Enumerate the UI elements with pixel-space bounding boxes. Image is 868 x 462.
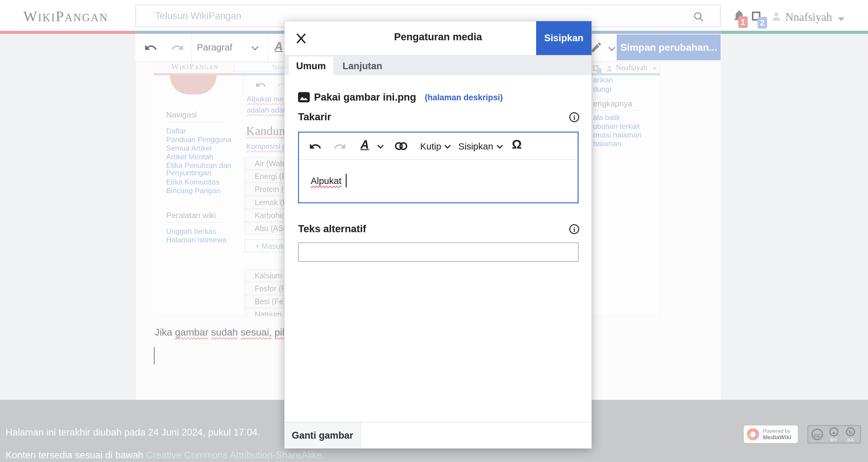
dialog-header: Pengaturan media Sisipkan: [284, 21, 591, 55]
mini-username: Nnafsiyah: [616, 63, 648, 72]
notifications-badge[interactable]: 1: [738, 16, 748, 28]
caption-special-char-button[interactable]: Ω: [512, 137, 522, 151]
media-settings-dialog: Pengaturan media Sisipkan Umum Lanjutan …: [284, 21, 592, 449]
mediawiki-flower-icon: [747, 428, 759, 440]
caption-undo-icon[interactable]: [309, 140, 322, 153]
mini-tools-header: Peralatan wiki: [166, 211, 216, 220]
cc-icon: cc: [811, 429, 823, 440]
mini-right-header: engkapnya: [593, 99, 632, 109]
caption-style-chevron-icon[interactable]: [376, 144, 384, 149]
caption-link-icon[interactable]: [394, 141, 408, 152]
cc-by-label: BY: [831, 437, 838, 442]
user-menu[interactable]: Nnafsiyah: [785, 10, 832, 24]
user-menu-caret-icon[interactable]: [837, 17, 845, 22]
caption-insert-dropdown[interactable]: Sisipkan: [458, 141, 493, 152]
article-paragraph[interactable]: Jika gambar sudah sesuai, pilih: [155, 327, 292, 338]
site-logo[interactable]: WIKIPANGAN: [23, 8, 108, 25]
undo-icon[interactable]: [144, 41, 157, 55]
paragraph-format-dropdown[interactable]: Paragraf: [197, 42, 232, 53]
caption-label: Takarir: [298, 111, 331, 123]
mini-nav-item: Artikel Mentah: [166, 153, 213, 161]
mini-nav-header: Navigasi: [166, 110, 197, 120]
messages-badge[interactable]: 2: [757, 17, 767, 29]
caption-editor: A Kutip Sisipkan Ω Alpukat: [298, 132, 579, 203]
tab-lanjutan[interactable]: Lanjutan: [333, 57, 392, 75]
caption-redo-icon[interactable]: [334, 140, 346, 153]
save-changes-button[interactable]: Simpan perubahan...: [617, 34, 721, 60]
alt-text-input[interactable]: [298, 242, 579, 262]
dialog-tabbar: Umum Lanjutan: [284, 55, 591, 75]
mini-avatar-icon: [605, 65, 613, 72]
cc-by-sa-badge[interactable]: cc ● BY ↻ SA: [807, 425, 861, 443]
description-page-link[interactable]: (halaman deskripsi): [425, 93, 503, 102]
mini-nav-item: Penyuntingan: [166, 168, 211, 177]
wikipangan-editor-page: { "header": { "logo": "WikiPangan", "log…: [0, 0, 868, 462]
powered-by-text: Powered byMediaWiki: [763, 428, 792, 441]
powered-by-mediawiki-badge[interactable]: Powered byMediaWiki: [744, 425, 798, 443]
caption-insert-chevron-icon[interactable]: [496, 144, 504, 149]
header-bar-red: [0, 31, 135, 34]
last-modified-text: Halaman ini terakhir diubah pada 24 Juni…: [5, 427, 260, 438]
cc-sa-arrow-icon: ↻: [846, 427, 855, 436]
image-file-icon: [298, 92, 310, 102]
mini-caret-icon: [652, 67, 657, 70]
paragraph-chevron-icon[interactable]: [251, 45, 259, 51]
mini-divider: [166, 122, 224, 122]
mini-divider: [166, 222, 224, 222]
logo-text: W: [23, 8, 38, 24]
dialog-footer: Ganti gambar: [284, 422, 591, 449]
mini-bar-red: [154, 73, 233, 75]
mini-divider: [593, 110, 642, 111]
search-icon[interactable]: [693, 11, 704, 23]
cc-by-person-icon: ●: [829, 427, 838, 436]
mini-right-link: ala balik: [593, 113, 620, 122]
mini-messages-badge: [597, 68, 601, 74]
insert-button[interactable]: Sisipkan: [536, 21, 591, 55]
caption-style-button[interactable]: A: [361, 138, 369, 151]
caption-cite-dropdown[interactable]: Kutip: [420, 141, 441, 152]
mini-right-partial: arikan: [593, 76, 613, 84]
mini-right-partial: dungi: [593, 85, 611, 93]
caption-info-icon[interactable]: i: [569, 112, 579, 122]
caption-cursor: [346, 174, 347, 187]
mini-undo-icon: [255, 79, 267, 90]
toolbar-separator: [268, 34, 268, 61]
change-image-button[interactable]: Ganti gambar: [284, 422, 361, 449]
alt-text-label: Teks alternatif: [298, 223, 366, 235]
text-style-button[interactable]: A: [274, 40, 283, 53]
mini-nav-item: Daftar: [166, 127, 186, 135]
header-bar-teal: [721, 31, 868, 34]
toolbar-separator: [191, 34, 192, 61]
mini-tools-item: Unggah berkas: [166, 227, 216, 236]
caption-text[interactable]: Alpukat: [311, 176, 341, 186]
mini-logo: WIKIPANGAN: [171, 62, 219, 71]
mini-toolbar-separator: [243, 75, 243, 95]
caption-toolbar: A Kutip Sisipkan Ω: [299, 132, 578, 160]
mini-right-link: halaman: [593, 139, 621, 148]
mini-nav-item: Etika Komunitas: [166, 178, 219, 186]
mini-right-link: ubahan terkait: [593, 122, 640, 131]
alt-text-info-icon[interactable]: i: [569, 224, 579, 234]
cc-sa-label: SA: [847, 437, 854, 442]
tab-umum[interactable]: Umum: [289, 57, 333, 75]
mini-avocado-image: [170, 75, 217, 94]
file-name-label: Pakai gambar ini.png: [314, 91, 416, 103]
license-text: Konten tersedia sesuai di bawah Creative…: [5, 450, 324, 461]
mini-nav-item: Bincang Pangan: [166, 186, 220, 195]
license-link[interactable]: Creative Commons Attribution-ShareAlike.: [146, 450, 325, 460]
mini-tools-item: Halaman istimewa: [166, 236, 226, 244]
caption-cite-chevron-icon[interactable]: [443, 144, 452, 149]
redo-icon[interactable]: [171, 41, 184, 55]
edit-mode-chevron-icon[interactable]: [608, 46, 616, 52]
mini-nav-item: Semua Artikel: [166, 144, 212, 153]
article-text-cursor: [154, 347, 155, 365]
mini-right-link: rmasi halaman: [593, 131, 641, 139]
mini-nav-item: Panduan Pengguna: [166, 135, 231, 144]
user-avatar-icon[interactable]: [771, 10, 782, 23]
